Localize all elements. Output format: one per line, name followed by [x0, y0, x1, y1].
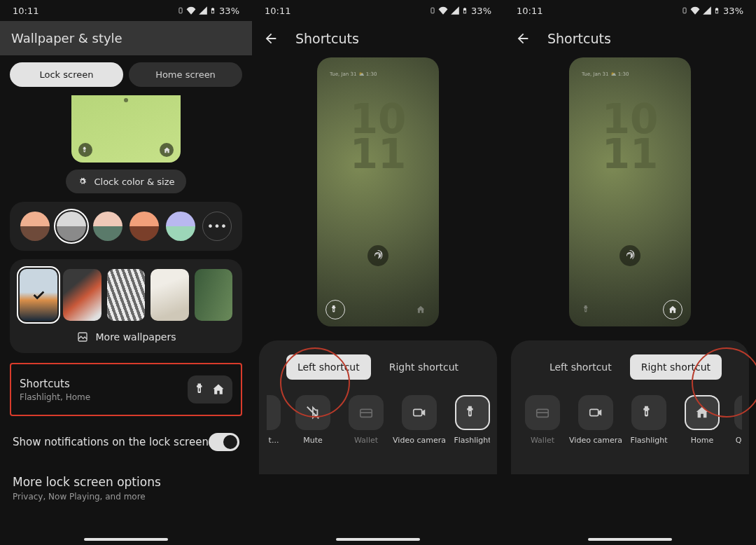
tab-right-shortcut[interactable]: Right shortcut [630, 354, 722, 380]
status-right: 33% [177, 6, 239, 16]
more-options-subtitle: Privacy, Now Playing, and more [13, 492, 239, 502]
left-shortcut-preview [326, 300, 345, 319]
home-icon [211, 382, 225, 396]
nav-handle[interactable] [588, 538, 672, 541]
right-shortcut-preview [663, 300, 682, 319]
color-swatch-4[interactable] [130, 212, 159, 241]
wallpapers-card: More wallpapers [10, 259, 242, 353]
option-home[interactable]: Home [679, 395, 725, 445]
nav-handle[interactable] [336, 538, 420, 541]
tab-left-shortcut[interactable]: Left shortcut [538, 354, 623, 380]
color-swatch-2[interactable] [57, 212, 86, 241]
video-icon [412, 405, 427, 420]
phone-2-shortcuts-left: 10:11 33% Shortcuts Tue, Jan 31 ⛅ 1:30 1… [252, 0, 504, 545]
phone-1-wallpaper-style: 10:11 33% Wallpaper & style Lock screen … [0, 0, 252, 545]
option-wallet[interactable]: Wallet [343, 395, 389, 445]
home-icon [694, 405, 710, 420]
more-options-title: More lock screen options [13, 475, 239, 489]
page-title: Shortcuts [547, 31, 611, 46]
shortcut-tabs: Left shortcut Right shortcut [266, 354, 490, 380]
gear-icon [77, 176, 88, 187]
status-battery: 33% [471, 6, 491, 16]
notifications-row[interactable]: Show notifications on the lock screen [13, 433, 239, 451]
more-colors-button[interactable]: ••• [202, 212, 232, 241]
left-shortcut-preview [578, 300, 597, 319]
mute-icon [305, 405, 321, 420]
tab-left-shortcut[interactable]: Left shortcut [286, 354, 371, 380]
back-icon[interactable] [263, 31, 279, 46]
shortcut-sheet: Left shortcut Right shortcut t... Mute W… [259, 340, 497, 474]
option-video-camera[interactable]: Video camera [396, 395, 442, 445]
back-icon[interactable] [515, 31, 531, 46]
wallpaper-thumb-5[interactable] [195, 269, 232, 321]
phone-3-shortcuts-right: 10:11 33% Shortcuts Tue, Jan 31 ⛅ 1:30 1… [504, 0, 756, 545]
shortcuts-row[interactable]: Shortcuts Flashlight, Home [10, 363, 242, 416]
status-time: 10:11 [517, 6, 542, 16]
option-wallet[interactable]: Wallet [519, 395, 566, 445]
color-swatch-3[interactable] [93, 212, 122, 241]
video-icon [588, 405, 603, 420]
color-swatch-5[interactable] [166, 212, 195, 241]
shortcut-tabs: Left shortcut Right shortcut [518, 354, 742, 380]
clock-color-size-button[interactable]: Clock color & size [66, 170, 186, 193]
tab-lock-screen[interactable]: Lock screen [10, 62, 123, 87]
wallpaper-icon [76, 331, 89, 343]
svg-rect-5 [431, 8, 434, 13]
page-title: Shortcuts [295, 31, 359, 46]
shortcuts-subtitle: Flashlight, Home [20, 392, 90, 402]
appbar: Shortcuts [504, 21, 756, 56]
more-wallpapers-button[interactable]: More wallpapers [20, 331, 232, 343]
svg-rect-6 [683, 8, 686, 13]
status-battery: 33% [219, 6, 239, 16]
wallpaper-thumb-2[interactable] [63, 269, 101, 321]
nav-handle[interactable] [84, 538, 168, 541]
lockscreen-preview: Tue, Jan 31 ⛅ 1:30 10 11 [569, 57, 691, 326]
status-battery: 33% [723, 6, 743, 16]
flashlight-icon [465, 405, 480, 420]
flashlight-icon [641, 405, 657, 420]
statusbar: 10:11 33% [252, 0, 504, 21]
clock-chip-label: Clock color & size [94, 177, 174, 187]
shortcut-options[interactable]: Wallet Video camera Flashlight Home QR [517, 395, 742, 445]
option-partial[interactable]: QR [732, 395, 742, 445]
svg-rect-4 [179, 8, 182, 13]
preview-clock: 10 11 [569, 102, 691, 172]
preview-date: Tue, Jan 31 ⛅ 1:30 [582, 71, 629, 77]
flashlight-icon [195, 382, 209, 396]
fingerprint-icon [620, 245, 640, 266]
color-swatch-1[interactable] [20, 212, 50, 241]
tab-right-shortcut[interactable]: Right shortcut [378, 354, 470, 380]
lock-home-tabs: Lock screen Home screen [0, 55, 252, 94]
page-title: Wallpaper & style [0, 21, 252, 55]
wallpaper-thumb-4[interactable] [150, 269, 188, 321]
notifications-label: Show notifications on the lock screen [13, 436, 209, 448]
lockscreen-preview: Tue, Jan 31 ⛅ 1:30 10 11 [317, 57, 439, 326]
option-partial[interactable]: t... [265, 395, 283, 445]
status-right: 33% [681, 6, 743, 16]
notifications-toggle[interactable] [209, 433, 239, 451]
preview-date: Tue, Jan 31 ⛅ 1:30 [330, 71, 377, 77]
home-icon [160, 143, 174, 157]
statusbar: 10:11 33% [0, 0, 252, 21]
wallpaper-thumb-1[interactable] [20, 269, 57, 321]
option-mute[interactable]: Mute [290, 395, 336, 445]
more-wallpapers-label: More wallpapers [96, 331, 176, 343]
shortcuts-title: Shortcuts [20, 378, 90, 390]
status-time: 10:11 [265, 6, 290, 16]
option-flashlight[interactable]: Flashlight [626, 395, 672, 445]
appbar: Shortcuts [252, 21, 504, 56]
color-swatches-card: ••• [10, 202, 242, 251]
shortcuts-icons [188, 375, 232, 403]
check-icon [31, 287, 46, 303]
option-flashlight[interactable]: Flashlight [449, 395, 490, 445]
wallpaper-thumb-3[interactable] [107, 269, 145, 321]
lockscreen-preview[interactable] [0, 94, 252, 168]
option-video-camera[interactable]: Video camera [573, 395, 619, 445]
tab-home-screen[interactable]: Home screen [129, 62, 242, 87]
wallet-icon [358, 405, 374, 420]
more-lock-screen-options[interactable]: More lock screen options Privacy, Now Pl… [13, 475, 239, 502]
shortcut-options[interactable]: t... Mute Wallet Video camera Flashlight [262, 395, 490, 445]
wallet-icon [535, 405, 550, 420]
fingerprint-icon [368, 245, 388, 266]
shortcut-sheet: Left shortcut Right shortcut Wallet Vide… [511, 340, 749, 474]
